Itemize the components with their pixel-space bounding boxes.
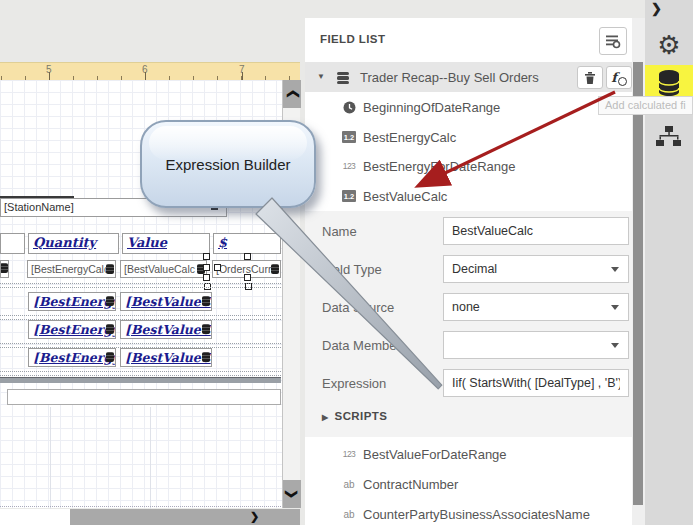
selection-handle[interactable] <box>203 274 210 281</box>
database-icon <box>335 70 351 86</box>
chevron-down-icon: ❯ <box>285 489 299 499</box>
field-list-options-button[interactable] <box>599 27 627 55</box>
text-icon: ab <box>341 476 357 492</box>
data-source-value: none <box>452 300 480 314</box>
scripts-section-header[interactable]: ▶SCRIPTS <box>322 410 387 422</box>
table-cell-selected[interactable]: [BestValueCalc <box>120 260 207 278</box>
field-item[interactable]: 1.2 BestEnergyCalc <box>305 126 632 148</box>
field-label: ContractNumber <box>363 477 458 492</box>
property-label: Name <box>322 224 357 239</box>
layout-guide <box>150 407 151 525</box>
scroll-up-button[interactable]: ❯ <box>283 80 301 108</box>
tree-row-datasource[interactable]: ▼ Trader Recap--Buy Sell Orders f <box>305 62 632 92</box>
selection-handle[interactable] <box>203 253 210 260</box>
panel-title: FIELD LIST <box>320 33 385 45</box>
selection-handle[interactable] <box>244 274 251 281</box>
expression-builder-callout: Expression Builder <box>140 120 316 208</box>
table-header-cell-stub[interactable] <box>0 233 25 254</box>
field-label: BestEnergyForDateRange <box>363 159 515 174</box>
table-cell[interactable]: [BestValueC <box>120 292 212 311</box>
empty-control[interactable] <box>7 389 281 405</box>
table-header-cell[interactable]: $ <box>213 233 281 254</box>
datasource-mini-icon <box>106 264 114 274</box>
field-label: CounterPartyBusinessAssociatesName <box>363 507 590 522</box>
cell-text: [BestEnergyCalc <box>28 261 115 275</box>
cell-text: [BestEnergyC <box>29 321 115 337</box>
field-type-value: Decimal <box>452 262 497 276</box>
clock-icon <box>341 99 357 115</box>
scroll-down-button[interactable]: ❯ <box>283 480 301 508</box>
table-cell[interactable]: [BestValueC <box>120 348 212 367</box>
field-item[interactable]: 123 BestValueForDateRange <box>305 443 632 465</box>
field-item[interactable]: 123 BestEnergyForDateRange <box>305 155 632 177</box>
text-icon: ab <box>341 506 357 522</box>
band-separator <box>0 371 281 376</box>
table-cell[interactable]: [BestEnergyC <box>28 320 116 339</box>
cell-text: [BestEnergyC <box>29 349 115 365</box>
report-explorer-tab-icon[interactable] <box>645 122 693 152</box>
table-cell[interactable]: [BestValueC <box>120 320 212 339</box>
property-label: Data Member <box>322 338 401 353</box>
chevron-right-icon: ❯ <box>250 510 259 523</box>
integer-icon: 123 <box>341 446 357 462</box>
property-label: Field Type <box>322 262 382 277</box>
cell-text: [BestEnergyC <box>29 293 115 309</box>
table-header-cell[interactable]: Quantity <box>28 233 119 254</box>
cell-text: [BestValueC <box>121 321 211 337</box>
selection-handle[interactable] <box>244 253 251 260</box>
field-list-options-icon <box>605 33 621 49</box>
field-type-dropdown[interactable]: Decimal <box>443 255 629 283</box>
integer-icon: 123 <box>341 158 357 174</box>
dropdown-caret-icon <box>611 343 619 348</box>
selection-handle[interactable] <box>214 264 221 271</box>
cell-text: [BestValueC <box>121 293 211 309</box>
datasource-mini-icon <box>202 352 210 362</box>
chevron-up-icon: ❯ <box>285 89 299 99</box>
field-item[interactable]: ab CounterPartyBusinessAssociatesName <box>305 503 632 525</box>
expression-input[interactable] <box>443 369 629 397</box>
cell-text: [BestValueCalc <box>121 261 206 275</box>
panel-scrollbar[interactable] <box>632 18 645 525</box>
delete-datasource-button[interactable] <box>577 66 603 89</box>
selection-handle[interactable] <box>203 264 210 271</box>
datasource-label: Trader Recap--Buy Sell Orders <box>360 70 539 85</box>
collapse-panel-chevron-icon[interactable]: ❯ <box>651 1 662 16</box>
datasource-mini-icon <box>0 263 8 273</box>
add-calculated-field-button[interactable]: f <box>606 66 632 89</box>
name-input[interactable] <box>443 217 629 245</box>
field-label: BeginningOfDateRange <box>363 100 500 115</box>
field-label: BestEnergyCalc <box>363 130 456 145</box>
field-list-panel: FIELD LIST ▼ Trader Recap--Buy Sell Orde… <box>305 18 632 525</box>
panel-scrollbar-thumb[interactable] <box>633 62 643 505</box>
layout-guide <box>50 407 51 525</box>
data-member-dropdown[interactable] <box>443 331 629 359</box>
fx-icon: f <box>611 70 617 85</box>
data-source-dropdown[interactable]: none <box>443 293 629 321</box>
property-label: Data Source <box>322 300 394 315</box>
collapse-triangle-icon[interactable]: ▼ <box>317 72 325 81</box>
header-label: Quantity <box>29 234 118 250</box>
scripts-label: SCRIPTS <box>335 410 388 422</box>
datasource-mini-icon <box>106 352 114 362</box>
dropdown-caret-icon <box>611 267 619 272</box>
decimal-icon: 1.2 <box>341 129 357 145</box>
datasource-mini-icon <box>106 296 114 306</box>
design-horizontal-scrollbar[interactable]: ❯ <box>70 509 300 525</box>
scroll-corner <box>0 509 70 525</box>
gear-icon[interactable]: ⚙ <box>645 30 693 60</box>
table-cell[interactable]: [BestEnergyCalc <box>27 260 116 278</box>
field-item[interactable]: BeginningOfDateRange <box>305 96 632 118</box>
datasource-mini-icon <box>106 324 114 334</box>
dropdown-caret-icon <box>611 305 619 310</box>
decimal-icon: 1.2 <box>341 188 357 204</box>
table-cell[interactable]: [BestEnergyC <box>28 292 116 311</box>
field-item-selected[interactable]: 1.2 BestValueCalc <box>305 185 632 207</box>
table-header-cell[interactable]: Value <box>122 233 210 254</box>
table-cell-stub[interactable] <box>0 260 9 278</box>
add-circle-icon <box>618 77 627 86</box>
field-item[interactable]: ab ContractNumber <box>305 473 632 495</box>
property-label: Expression <box>322 376 386 391</box>
field-label: BestValueCalc <box>363 189 447 204</box>
table-cell[interactable]: [BestEnergyC <box>28 348 116 367</box>
horizontal-ruler: 5 6 7 <box>0 62 300 82</box>
